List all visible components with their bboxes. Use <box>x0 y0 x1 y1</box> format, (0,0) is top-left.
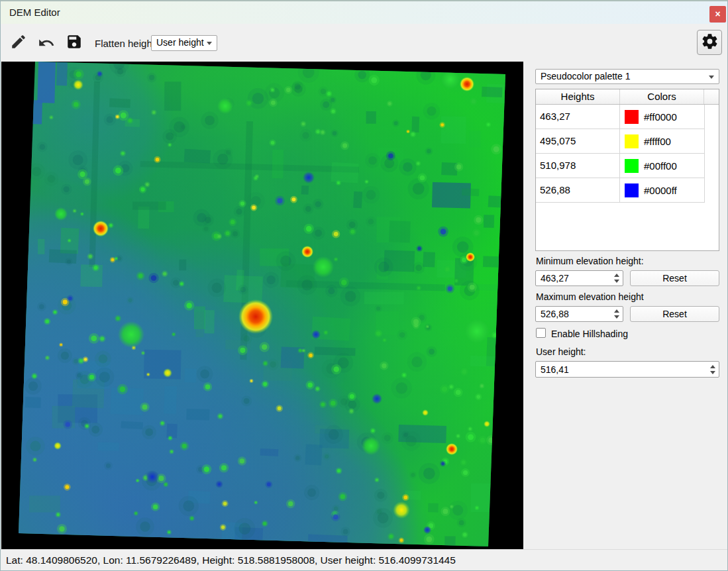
chevron-down-icon <box>207 42 212 45</box>
close-icon: × <box>715 9 720 19</box>
edit-button[interactable] <box>9 32 28 52</box>
min-elevation-spinbox[interactable]: 463,27 <box>535 270 623 286</box>
color-hex: #0000ff <box>644 185 677 196</box>
user-height-value: 516,41 <box>541 364 569 376</box>
color-cell[interactable]: #00ff00 <box>620 154 704 178</box>
color-swatch <box>625 134 639 148</box>
chevron-down-icon <box>709 76 714 79</box>
height-cell[interactable]: 526,88 <box>536 178 620 202</box>
height-cell[interactable]: 495,075 <box>536 129 620 153</box>
color-hex: #ffff00 <box>644 136 671 147</box>
height-cell[interactable]: 510,978 <box>536 154 620 178</box>
color-hex: #ff0000 <box>644 111 677 123</box>
spin-down-icon[interactable] <box>614 280 619 283</box>
color-hex: #00ff00 <box>644 160 677 172</box>
palette-dropdown[interactable]: Pseudocolor palette 1 <box>535 69 719 84</box>
max-reset-button[interactable]: Reset <box>630 306 719 322</box>
status-bar: Lat: 48.1409806520, Lon: 11.5679226489, … <box>1 549 727 570</box>
gear-icon <box>701 32 719 53</box>
flatten-height-label: Flatten height <box>95 38 155 49</box>
max-elevation-spinbox[interactable]: 526,88 <box>535 306 623 322</box>
spin-down-icon[interactable] <box>614 315 619 319</box>
dem-map-canvas[interactable] <box>1 62 523 549</box>
color-swatch <box>625 159 639 173</box>
flatten-height-dropdown[interactable]: User height <box>151 35 217 51</box>
user-height-spinbox[interactable]: 516,41 <box>535 361 719 378</box>
palette-table-body: 463,27#ff0000495,075#ffff00510,978#00ff0… <box>536 105 719 203</box>
close-button[interactable]: × <box>709 6 726 23</box>
palette-row[interactable]: 526,88#0000ff <box>536 178 705 203</box>
spin-down-icon[interactable] <box>710 371 715 374</box>
color-swatch <box>625 183 639 197</box>
min-reset-button[interactable]: Reset <box>630 270 719 286</box>
color-cell[interactable]: #ffff00 <box>620 129 704 153</box>
palette-dropdown-value: Pseudocolor palette 1 <box>541 71 630 81</box>
palette-table-header: Heights Colors <box>536 89 719 105</box>
heights-column-header[interactable]: Heights <box>536 89 620 104</box>
settings-button[interactable] <box>697 30 722 55</box>
status-coordinates-text: Lat: 48.1409806520, Lon: 11.5679226489, … <box>6 554 456 566</box>
colors-column-header[interactable]: Colors <box>620 89 704 104</box>
title-bar: DEM Editor × <box>1 1 727 24</box>
user-height-label: User height: <box>536 346 586 357</box>
toolbar: Flatten height User height <box>1 24 727 62</box>
height-cell[interactable]: 463,27 <box>536 105 620 129</box>
min-elevation-value: 463,27 <box>541 272 569 284</box>
min-elevation-label: Minimum elevation height: <box>536 256 644 266</box>
hillshading-label: Enable Hillshading <box>551 329 628 339</box>
flatten-height-value: User height <box>156 37 204 48</box>
spin-up-icon[interactable] <box>614 309 619 313</box>
max-elevation-value: 526,88 <box>541 308 569 320</box>
undo-button[interactable] <box>36 34 56 54</box>
save-button[interactable] <box>64 32 84 52</box>
palette-row[interactable]: 495,075#ffff00 <box>536 129 705 154</box>
floppy-disk-icon <box>66 42 83 52</box>
dem-map-viewport[interactable] <box>1 62 523 549</box>
palette-row[interactable]: 510,978#00ff00 <box>536 154 705 178</box>
window-title: DEM Editor <box>9 7 60 18</box>
side-panel: Pseudocolor palette 1 Heights Colors 463… <box>525 62 727 549</box>
color-swatch <box>625 110 639 124</box>
palette-row[interactable]: 463,27#ff0000 <box>536 105 705 129</box>
max-elevation-label: Maximum elevation height <box>536 291 644 302</box>
palette-table[interactable]: Heights Colors 463,27#ff0000495,075#ffff… <box>535 89 719 251</box>
pencil-icon <box>10 42 27 52</box>
color-cell[interactable]: #ff0000 <box>620 105 704 129</box>
spin-up-icon[interactable] <box>614 274 619 277</box>
color-cell[interactable]: #0000ff <box>620 178 704 202</box>
hillshading-checkbox[interactable] <box>536 328 546 338</box>
spin-up-icon[interactable] <box>710 365 715 368</box>
undo-arrow-icon <box>38 44 55 54</box>
